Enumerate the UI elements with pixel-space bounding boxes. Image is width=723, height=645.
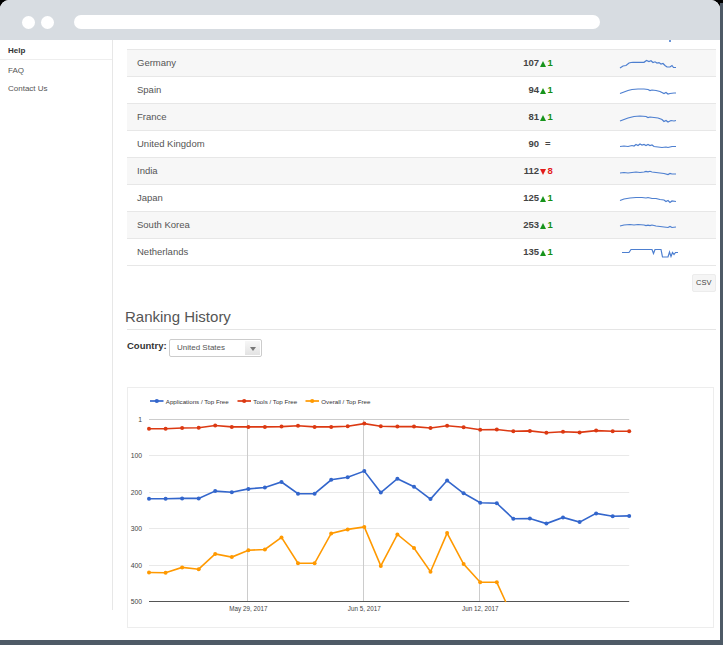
svg-text:Jun 5, 2017: Jun 5, 2017 [348,605,381,612]
svg-text:May 29, 2017: May 29, 2017 [229,605,268,613]
svg-text:500: 500 [131,598,143,605]
svg-text:1: 1 [138,416,142,423]
svg-text:100: 100 [131,452,143,459]
svg-text:Jun 12, 2017: Jun 12, 2017 [462,605,499,612]
svg-text:Tools / Top Free: Tools / Top Free [253,398,297,405]
svg-text:200: 200 [131,489,143,496]
svg-text:300: 300 [131,525,143,532]
svg-text:Applications / Top Free: Applications / Top Free [166,398,229,405]
svg-text:400: 400 [131,562,143,569]
svg-text:Overall / Top Free: Overall / Top Free [321,398,371,405]
